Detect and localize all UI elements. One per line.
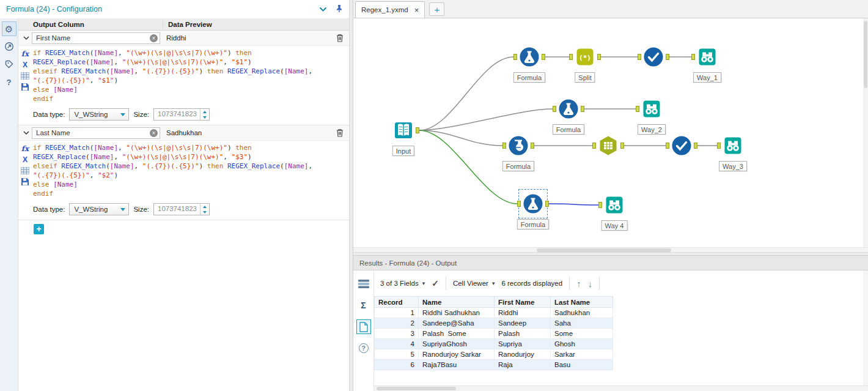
size-stepper[interactable]: 1073741823 <box>153 108 210 121</box>
grid-cell[interactable]: Supriya <box>495 339 551 349</box>
grid-cell[interactable]: 1 <box>375 308 419 318</box>
grid-cell[interactable]: Ranodurjoy Sarkar <box>419 349 495 360</box>
tool-w4[interactable]: Way 4 <box>603 194 625 216</box>
input-anchor[interactable] <box>666 143 669 149</box>
grid-cell[interactable]: Raja <box>495 360 551 370</box>
tool-annotation[interactable]: Formula <box>553 124 584 135</box>
grid-cell[interactable]: 3 <box>375 329 419 339</box>
tool-w1[interactable]: Way_1 <box>696 46 718 68</box>
output-anchor[interactable] <box>666 54 669 60</box>
tool-f1[interactable]: Formula <box>518 46 540 68</box>
grid-cell[interactable]: Raja7Basu <box>419 360 495 370</box>
workflow-canvas[interactable]: InputFormula(*)SplitWay_1FormulaWay_2For… <box>353 18 868 247</box>
tool-annotation[interactable]: Way 4 <box>601 220 628 231</box>
output-anchor[interactable] <box>531 143 534 149</box>
fields-dropdown[interactable]: 3 of 3 Fields ▾ <box>380 280 425 287</box>
tool-w3[interactable]: Way_3 <box>722 135 744 157</box>
clear-icon[interactable]: × <box>150 129 158 137</box>
grid-column-header[interactable]: Last Name <box>551 297 613 308</box>
grid-cell[interactable]: Some <box>551 329 613 339</box>
spin-up-icon[interactable] <box>200 109 209 114</box>
columns-icon[interactable] <box>20 166 30 175</box>
input-anchor[interactable] <box>569 54 573 60</box>
tool-chk2[interactable] <box>671 135 693 157</box>
panel-splitter[interactable] <box>349 0 353 391</box>
grid-cell[interactable]: Ghosh <box>551 339 613 349</box>
tool-f4[interactable]: Formula <box>522 193 544 215</box>
sigma-icon[interactable]: Σ <box>356 298 371 313</box>
save-expression-icon[interactable] <box>20 82 30 91</box>
input-anchor[interactable] <box>598 202 602 208</box>
close-icon[interactable]: × <box>414 6 419 15</box>
spin-up-icon[interactable] <box>200 204 209 209</box>
arrow-down-icon[interactable]: ↓ <box>588 278 593 289</box>
output-anchor[interactable] <box>597 54 601 60</box>
variables-icon[interactable]: X <box>20 60 30 69</box>
tool-annotation[interactable]: Way_2 <box>638 124 666 135</box>
tool-f3[interactable]: Formula <box>507 135 529 157</box>
arrow-up-icon[interactable]: ↑ <box>576 278 581 289</box>
grid-column-header[interactable]: First Name <box>495 297 551 308</box>
spin-down-icon[interactable] <box>200 114 209 120</box>
canvas-horizontal-scrollbar[interactable] <box>353 247 868 252</box>
expression-code[interactable]: if REGEX_Match([Name], "(\w+)(\s|@|\s\s|… <box>32 143 349 199</box>
collapse-chevron-icon[interactable] <box>319 5 327 13</box>
input-anchor[interactable] <box>636 106 639 112</box>
tool-hex[interactable] <box>597 135 619 157</box>
delete-expression-icon[interactable] <box>333 128 347 137</box>
help-icon[interactable]: ? <box>2 75 17 89</box>
variables-icon[interactable]: X <box>20 155 30 164</box>
tool-annotation[interactable]: Input <box>392 146 414 156</box>
new-tab-button[interactable]: + <box>429 2 444 16</box>
chevron-down-icon[interactable] <box>21 131 32 135</box>
add-expression-button[interactable]: + <box>34 224 44 234</box>
tool-input[interactable]: Input <box>392 119 414 141</box>
input-anchor[interactable] <box>638 54 641 60</box>
grid-cell[interactable]: 5 <box>375 349 419 360</box>
grid-cell[interactable]: Basu <box>551 360 613 370</box>
input-anchor[interactable] <box>502 143 506 149</box>
output-anchor[interactable] <box>620 143 624 149</box>
tool-f2[interactable]: Formula <box>557 98 579 120</box>
canvas-vertical-scrollbar[interactable] <box>863 18 868 247</box>
grid-cell[interactable]: SupriyaGhosh <box>419 339 495 349</box>
grid-cell[interactable]: 2 <box>375 318 419 329</box>
input-anchor[interactable] <box>592 143 596 149</box>
input-anchor[interactable] <box>517 201 521 207</box>
tool-split[interactable]: (*)Split <box>574 46 596 68</box>
columns-icon[interactable] <box>20 71 30 80</box>
results-vertical-scrollbar[interactable] <box>863 270 868 385</box>
cell-viewer-dropdown[interactable]: Cell Viewer ▾ <box>453 280 495 287</box>
grid-cell[interactable]: Sadhukhan <box>551 308 613 318</box>
input-anchor[interactable] <box>691 54 695 60</box>
apply-check-icon[interactable]: ✓ <box>432 278 439 288</box>
spin-down-icon[interactable] <box>200 209 209 215</box>
insert-function-icon[interactable]: fx <box>20 144 30 153</box>
tool-annotation[interactable]: Way_1 <box>693 72 721 83</box>
tool-w2[interactable]: Way_2 <box>641 98 663 120</box>
grid-cell[interactable]: Riddhi Sadhukhan <box>419 308 495 318</box>
grid-cell[interactable]: 6 <box>375 360 419 370</box>
delete-expression-icon[interactable] <box>333 34 347 42</box>
grid-cell[interactable]: Riddhi <box>495 308 551 318</box>
output-anchor[interactable] <box>416 127 419 133</box>
input-anchor[interactable] <box>717 143 721 149</box>
grid-cell[interactable]: Sandeep@Saha <box>419 318 495 329</box>
expression-code[interactable]: if REGEX_Match([Name], "(\w+)(\s|@|\s\s|… <box>32 48 349 105</box>
pin-icon[interactable] <box>336 4 343 15</box>
clear-icon[interactable]: × <box>150 34 158 42</box>
grid-cell[interactable]: Palash <box>495 329 551 339</box>
size-stepper[interactable]: 1073741823 <box>153 203 210 215</box>
report-view-icon[interactable] <box>356 319 371 334</box>
save-expression-icon[interactable] <box>20 177 30 186</box>
tool-annotation[interactable]: Formula <box>502 161 534 171</box>
tool-annotation[interactable]: Way_3 <box>719 161 747 171</box>
grid-cell[interactable]: Palash Some <box>419 329 495 339</box>
tool-annotation[interactable]: Split <box>575 72 595 83</box>
tag-icon[interactable] <box>2 57 17 72</box>
output-column-input[interactable] <box>32 32 160 44</box>
output-anchor[interactable] <box>542 54 545 60</box>
grid-cell[interactable]: Saha <box>551 318 613 329</box>
data-type-dropdown[interactable]: V_WString <box>69 203 129 215</box>
output-anchor[interactable] <box>545 201 549 207</box>
